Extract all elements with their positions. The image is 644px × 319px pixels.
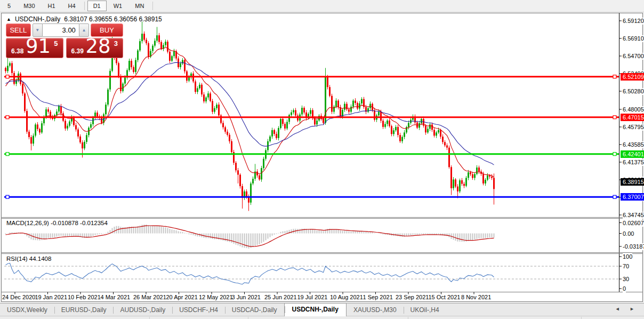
rsi-indicator-label: RSI(14) 44.1408 — [6, 256, 51, 262]
price-tag-resistance-line-2[interactable]: 6.47015 — [621, 114, 644, 121]
price-tag-support-line-green[interactable]: 6.42401 — [621, 150, 644, 158]
tab-scroll-arrows[interactable]: ◄ ► — [615, 306, 639, 312]
quote-ohlc: 6.38107 6.39655 6.36056 6.38915 — [64, 15, 162, 23]
rsi-axis-tick: 70 — [623, 263, 629, 270]
price-tag-resistance-line-1[interactable]: 6.52109 — [621, 73, 644, 81]
chart-tab-usdcad-daily[interactable]: USDCAD-,Daily — [225, 304, 284, 316]
sell-price-sup: 5 — [54, 39, 58, 47]
chart-collapse-arrow[interactable]: ▲ — [6, 17, 11, 22]
chart-tab-xauusd-m30[interactable]: XAUUSD-,M30 — [347, 304, 404, 316]
date-axis-label: 20 Apr 2021 — [166, 294, 198, 300]
date-axis-label: 19 Jul 2021 — [297, 294, 328, 300]
quote-symbol: USDCNH-,Daily — [15, 15, 60, 23]
date-axis-label: 12 May 2021 — [199, 294, 233, 300]
price-axis-tick: 6.56910 — [623, 35, 644, 42]
chart-window: ▲ USDCNH-,Daily 6.38107 6.39655 6.36056 … — [1, 13, 643, 302]
chart-tab-bar: USDX,WeeklyEURUSD-,DailyAUDUSD-,DailyUSD… — [0, 303, 644, 316]
chart-tab-ukoil-h4[interactable]: UKOil-,H4 — [404, 304, 446, 316]
toolbar-separator — [84, 2, 85, 10]
timeframe-toolbar: 5M30H1H4D1W1MN — [0, 0, 644, 12]
date-axis-label: 10 Aug 2021 — [330, 294, 363, 300]
price-tag-support-line-blue[interactable]: 6.37007 — [621, 193, 644, 201]
chart-tab-audusd-daily[interactable]: AUDUSD-,Daily — [113, 304, 172, 316]
sell-price-box[interactable]: 6.38 91 5 — [6, 38, 63, 58]
macd-axis-tick: 0.02607 — [623, 220, 644, 227]
date-axis-label: 24 Dec 2020 — [2, 294, 35, 300]
price-axis-tick: 6.50280 — [623, 88, 644, 95]
price-axis-tick: 6.48005 — [623, 106, 644, 113]
sell-price-prefix: 6.38 — [11, 47, 23, 55]
date-axis-label: 10 Feb 2021 — [68, 294, 101, 300]
timeframe-button-5[interactable]: 5 — [2, 1, 17, 11]
date-axis-label: 3 Jun 2021 — [232, 294, 261, 300]
timeframe-button-d1[interactable]: D1 — [87, 1, 107, 11]
date-axis-label: 23 Sep 2021 — [396, 294, 429, 300]
rsi-axis-tick: 100 — [623, 253, 632, 260]
date-axis-label: 15 Oct 2021 — [429, 294, 461, 300]
quote-title: ▲ USDCNH-,Daily 6.38107 6.39655 6.36056 … — [6, 15, 162, 23]
macd-indicator-label: MACD(12,26,9) -0.010878 -0.012354 — [6, 220, 108, 226]
timeframe-button-h1[interactable]: H1 — [42, 1, 61, 11]
timeframe-button-w1[interactable]: W1 — [108, 1, 128, 11]
macd-axis-tick: 0.00 — [623, 230, 634, 237]
sell-price-big: 91 — [26, 35, 51, 58]
price-axis-tick: 6.54700 — [623, 53, 644, 60]
date-axis-label: 8 Nov 2021 — [461, 294, 491, 300]
date-axis-label: 19 Jan 2021 — [35, 294, 68, 300]
chart-tab-usdx-weekly[interactable]: USDX,Weekly — [0, 304, 54, 316]
price-axis-tick: 6.43585 — [623, 141, 644, 148]
buy-price-sup: 3 — [114, 39, 118, 47]
price-axis-tick: 6.45795 — [623, 124, 644, 131]
rsi-axis-tick: 30 — [623, 276, 629, 283]
macd-axis-tick: -0.03187 — [623, 243, 644, 250]
price-tag-bid: 6.38915 — [621, 178, 644, 186]
price-axis-tick: 6.34745 — [623, 212, 644, 219]
date-axis-label: 25 Jun 2021 — [264, 294, 297, 300]
buy-price-box[interactable]: 6.39 28 3 — [66, 38, 124, 58]
toolbar-separator — [152, 2, 153, 10]
one-click-trade-panel: SELL ▼ ▲ BUY 6.38 91 5 6.39 28 3 — [6, 23, 123, 58]
timeframe-button-h4[interactable]: H4 — [62, 1, 82, 11]
price-axis-tick: 6.59120 — [623, 18, 644, 25]
timeframe-button-mn[interactable]: MN — [129, 1, 150, 11]
price-axis-tick: 6.41375 — [623, 159, 644, 166]
date-axis-label: 26 Mar 2021 — [133, 294, 166, 300]
timeframe-button-m30[interactable]: M30 — [18, 1, 41, 11]
mt4-window: 5M30H1H4D1W1MN ▲ USDCNH-,Daily 6.38107 6… — [0, 0, 644, 319]
rsi-axis-tick: 0 — [623, 285, 626, 292]
chart-tab-usdcnh-daily[interactable]: USDCNH-,Daily — [284, 303, 347, 316]
buy-price-prefix: 6.39 — [71, 47, 84, 55]
date-axis-label: 1 Sep 2021 — [363, 294, 393, 300]
chart-tab-usdchf-h4[interactable]: USDCHF-,H4 — [172, 304, 225, 316]
chart-tab-eurusd-daily[interactable]: EURUSD-,Daily — [54, 304, 114, 316]
buy-price-big: 28 — [86, 35, 111, 58]
date-axis-label: 4 Mar 2021 — [101, 294, 131, 300]
